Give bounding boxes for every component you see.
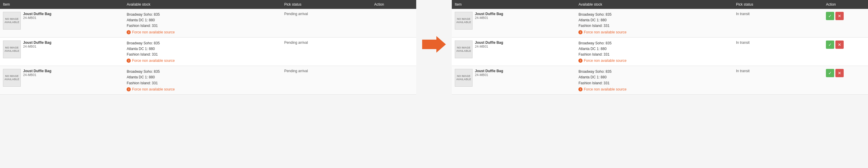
item-sku: 24-MB01 [475, 16, 503, 19]
pick-status-cell-0: In transit [733, 9, 823, 37]
stock-line: Atlanta DC 1: 880 [578, 75, 730, 80]
pick-status-cell-0: Pending arrival [281, 9, 371, 37]
force-link-label: Force non available source [132, 58, 175, 63]
left-header-action: Action [371, 0, 416, 9]
stock-line: Fashion Island: 331 [578, 52, 730, 57]
force-non-available-link[interactable]: i Force non available source [578, 87, 626, 91]
left-header-stock: Available stock [124, 0, 281, 9]
item-sku: 24-MB01 [475, 45, 503, 48]
item-name: Joust Duffle Bag [475, 69, 503, 73]
force-link-label: Force non available source [584, 30, 626, 34]
stock-cell-0: Broadway Soho: 835Atlanta DC 1: 880Fashi… [124, 9, 281, 37]
cancel-button[interactable]: ✕ [835, 69, 844, 77]
cancel-button[interactable]: ✕ [835, 12, 844, 20]
no-image-placeholder: NO IMAGE AVAILABLE [455, 12, 472, 30]
left-table-section: Item Available stock Pick status Action … [0, 0, 416, 95]
pick-status-cell-2: In transit [733, 66, 823, 95]
table-row: NO IMAGE AVAILABLE Joust Duffle Bag 24-M… [452, 37, 868, 66]
item-name: Joust Duffle Bag [23, 69, 51, 73]
force-non-available-link[interactable]: i Force non available source [127, 87, 175, 91]
force-non-available-link[interactable]: i Force non available source [578, 58, 626, 63]
force-link-label: Force non available source [584, 58, 626, 63]
stock-cell-2: Broadway Soho: 835Atlanta DC 1: 880Fashi… [124, 66, 281, 95]
stock-line: Fashion Island: 331 [578, 23, 730, 29]
confirm-button[interactable]: ✓ [826, 41, 834, 49]
left-table: Item Available stock Pick status Action … [0, 0, 416, 95]
stock-line: Broadway Soho: 835 [127, 69, 278, 75]
tables-wrapper: Item Available stock Pick status Action … [0, 0, 868, 95]
action-cell-2: ✓ ✕ [823, 66, 868, 95]
right-header-stock: Available stock [576, 0, 733, 9]
pick-status-cell-2: Pending arrival [281, 66, 371, 95]
stock-cell-1: Broadway Soho: 835Atlanta DC 1: 880Fashi… [124, 37, 281, 66]
item-cell-2: NO IMAGE AVAILABLE Joust Duffle Bag 24-M… [0, 66, 124, 95]
force-non-available-link[interactable]: i Force non available source [578, 30, 626, 34]
stock-line: Broadway Soho: 835 [578, 12, 730, 17]
info-icon: i [127, 30, 131, 34]
table-row: NO IMAGE AVAILABLE Joust Duffle Bag 24-M… [452, 9, 868, 37]
stock-line: Fashion Island: 331 [127, 23, 278, 29]
force-link-label: Force non available source [584, 87, 626, 91]
action-cell-0 [371, 9, 416, 37]
item-sku: 24-MB01 [23, 45, 51, 48]
pick-status-cell-1: Pending arrival [281, 37, 371, 66]
stock-line: Atlanta DC 1: 880 [127, 17, 278, 23]
force-non-available-link[interactable]: i Force non available source [127, 30, 175, 34]
svg-marker-0 [422, 36, 446, 53]
confirm-button[interactable]: ✓ [826, 12, 834, 20]
info-icon: i [578, 30, 583, 34]
force-link-label: Force non available source [132, 87, 175, 91]
right-header-action: Action [823, 0, 868, 9]
cancel-button[interactable]: ✕ [835, 41, 844, 49]
no-image-placeholder: NO IMAGE AVAILABLE [3, 41, 21, 58]
stock-line: Fashion Island: 331 [127, 80, 278, 86]
pick-status-cell-1: In transit [733, 37, 823, 66]
stock-cell-2: Broadway Soho: 835Atlanta DC 1: 880Fashi… [576, 66, 733, 95]
item-name: Joust Duffle Bag [23, 12, 51, 16]
stock-line: Broadway Soho: 835 [127, 41, 278, 46]
pick-status-label: In transit [736, 41, 750, 45]
info-icon: i [127, 87, 131, 91]
stock-line: Broadway Soho: 835 [127, 12, 278, 17]
action-cell-1 [371, 37, 416, 66]
item-cell-1: NO IMAGE AVAILABLE Joust Duffle Bag 24-M… [452, 37, 576, 66]
table-row: NO IMAGE AVAILABLE Joust Duffle Bag 24-M… [0, 66, 416, 95]
pick-status-label: In transit [736, 69, 750, 73]
right-header-status: Pick status [733, 0, 823, 9]
left-header-item: Item [0, 0, 124, 9]
item-cell-2: NO IMAGE AVAILABLE Joust Duffle Bag 24-M… [452, 66, 576, 95]
pick-status-label: In transit [736, 12, 750, 16]
item-cell-1: NO IMAGE AVAILABLE Joust Duffle Bag 24-M… [0, 37, 124, 66]
right-header-item: Item [452, 0, 576, 9]
stock-line: Broadway Soho: 835 [578, 41, 730, 46]
item-name: Joust Duffle Bag [475, 12, 503, 16]
right-table: Item Available stock Pick status Action … [452, 0, 868, 95]
info-icon: i [578, 87, 583, 91]
action-cell-1: ✓ ✕ [823, 37, 868, 66]
stock-line: Atlanta DC 1: 880 [127, 46, 278, 52]
item-cell-0: NO IMAGE AVAILABLE Joust Duffle Bag 24-M… [0, 9, 124, 37]
no-image-placeholder: NO IMAGE AVAILABLE [455, 41, 472, 58]
table-row: NO IMAGE AVAILABLE Joust Duffle Bag 24-M… [452, 66, 868, 95]
info-icon: i [127, 58, 131, 63]
no-image-placeholder: NO IMAGE AVAILABLE [3, 12, 21, 30]
item-name: Joust Duffle Bag [475, 41, 503, 45]
right-table-section: Item Available stock Pick status Action … [452, 0, 868, 95]
pick-status-label: Pending arrival [284, 69, 308, 73]
no-image-placeholder: NO IMAGE AVAILABLE [3, 69, 21, 87]
item-sku: 24-MB01 [23, 73, 51, 77]
stock-line: Fashion Island: 331 [578, 80, 730, 86]
left-header-status: Pick status [281, 0, 371, 9]
force-non-available-link[interactable]: i Force non available source [127, 58, 175, 63]
confirm-button[interactable]: ✓ [826, 69, 834, 77]
action-cell-0: ✓ ✕ [823, 9, 868, 37]
stock-line: Broadway Soho: 835 [578, 69, 730, 75]
arrow-section [416, 0, 452, 89]
transition-arrow [422, 36, 446, 53]
stock-line: Atlanta DC 1: 880 [578, 46, 730, 52]
pick-status-label: Pending arrival [284, 12, 308, 16]
item-sku: 24-MB01 [23, 16, 51, 19]
stock-cell-1: Broadway Soho: 835Atlanta DC 1: 880Fashi… [576, 37, 733, 66]
item-name: Joust Duffle Bag [23, 41, 51, 45]
stock-line: Fashion Island: 331 [127, 52, 278, 57]
